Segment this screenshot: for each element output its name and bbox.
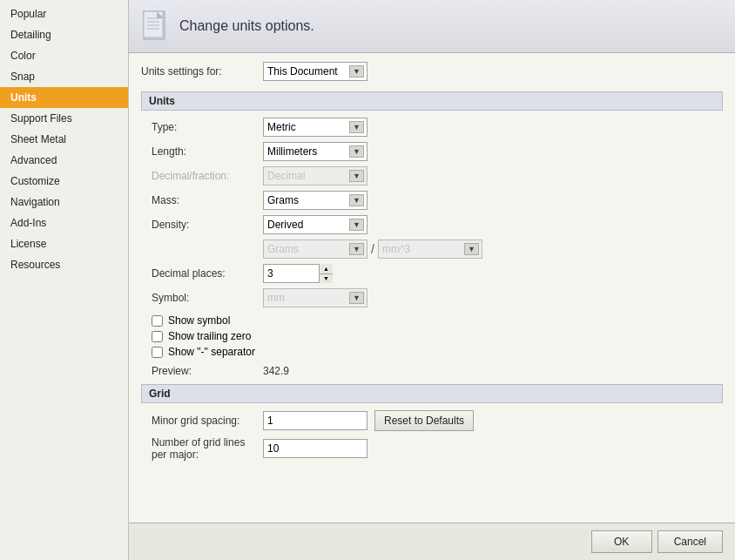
- dialog-header: Change units options.: [129, 0, 735, 53]
- show-symbol-checkbox[interactable]: [152, 315, 163, 327]
- length-label: Length:: [141, 145, 263, 158]
- sidebar-item-popular[interactable]: Popular: [0, 3, 128, 24]
- mass-dropdown-wrapper: Grams Kilograms Pounds Ounces ▼: [263, 191, 368, 210]
- sidebar-item-units[interactable]: Units: [0, 87, 128, 108]
- sidebar-item-detailing[interactable]: Detailing: [0, 24, 128, 45]
- density-compound: Grams ▼ / mm^3 ▼: [263, 240, 482, 259]
- settings-for-select[interactable]: This Document All Documents: [263, 62, 368, 81]
- sidebar-item-support-files[interactable]: Support Files: [0, 108, 128, 129]
- sidebar-item-resources[interactable]: Resources: [0, 254, 128, 275]
- sidebar-item-color[interactable]: Color: [0, 45, 128, 66]
- mass-row: Mass: Grams Kilograms Pounds Ounces ▼: [141, 191, 723, 210]
- dialog-footer: OK Cancel: [129, 523, 735, 560]
- decimal-fraction-row: Decimal/fraction: Decimal Fraction ▼: [141, 166, 723, 186]
- decimal-places-spinbox: ▲ ▼: [263, 264, 333, 283]
- show-symbol-label: Show symbol: [168, 314, 230, 327]
- settings-for-dropdown-wrapper: This Document All Documents ▼: [263, 62, 368, 81]
- show-trailing-zero-checkbox[interactable]: [152, 331, 163, 342]
- symbol-row: Symbol: mm ▼: [141, 288, 723, 307]
- sidebar-item-customize[interactable]: Customize: [0, 171, 128, 192]
- show-trailing-zero-label: Show trailing zero: [168, 330, 251, 342]
- preview-row: Preview: 342.9: [141, 365, 723, 377]
- units-section-header: Units: [141, 91, 723, 111]
- sidebar-item-sheet-metal[interactable]: Sheet Metal: [0, 129, 128, 150]
- preview-label: Preview:: [152, 365, 263, 377]
- lines-per-major-input[interactable]: [263, 439, 368, 458]
- density-dropdown-wrapper: Derived Custom ▼: [263, 215, 368, 234]
- type-label: Type:: [141, 121, 263, 133]
- decimal-places-spin-buttons: ▲ ▼: [319, 264, 333, 283]
- symbol-select[interactable]: mm: [263, 288, 368, 307]
- density-unit1-wrapper: Grams ▼: [263, 240, 368, 259]
- sidebar-item-advanced[interactable]: Advanced: [0, 150, 128, 171]
- density-row: Density: Derived Custom ▼: [141, 215, 723, 234]
- dialog-title: Change units options.: [179, 18, 314, 34]
- sidebar-item-add-ins[interactable]: Add-Ins: [0, 213, 128, 233]
- lines-per-major-label: Number of grid lines per major:: [141, 436, 263, 461]
- density-unit2-select[interactable]: mm^3: [378, 240, 482, 259]
- length-dropdown-wrapper: Millimeters Centimeters Meters Inches Fe…: [263, 142, 368, 161]
- mass-label: Mass:: [141, 194, 263, 206]
- density-unit1-select[interactable]: Grams: [263, 240, 368, 259]
- density-select[interactable]: Derived Custom: [263, 215, 368, 234]
- show-separator-row: Show "-" separator: [141, 346, 723, 358]
- density-slash: /: [371, 242, 374, 256]
- density-label: Density:: [141, 219, 263, 231]
- show-separator-label: Show "-" separator: [168, 346, 255, 358]
- decimal-fraction-label: Decimal/fraction:: [141, 170, 263, 182]
- lines-per-major-row: Number of grid lines per major:: [141, 436, 723, 461]
- decimal-places-row: Decimal places: ▲ ▼: [141, 264, 723, 283]
- bottom-spacer: [141, 466, 723, 492]
- density-unit2-wrapper: mm^3 ▼: [378, 240, 482, 259]
- settings-for-row: Units settings for: This Document All Do…: [141, 62, 723, 81]
- minor-spacing-row: Minor grid spacing: Reset to Defaults: [141, 410, 723, 431]
- type-select[interactable]: Metric Imperial Custom: [263, 118, 368, 137]
- decimal-places-label: Decimal places:: [141, 267, 263, 280]
- scrollable-area: Units settings for: This Document All Do…: [129, 53, 735, 523]
- show-symbol-row: Show symbol: [141, 314, 723, 327]
- symbol-dropdown-wrapper: mm ▼: [263, 288, 368, 307]
- cancel-button[interactable]: Cancel: [657, 530, 723, 553]
- sidebar-item-snap[interactable]: Snap: [0, 66, 128, 87]
- header-icon: [139, 10, 171, 42]
- length-select[interactable]: Millimeters Centimeters Meters Inches Fe…: [263, 142, 368, 161]
- grid-section-header: Grid: [141, 384, 723, 403]
- symbol-label: Symbol:: [141, 292, 263, 304]
- type-row: Type: Metric Imperial Custom ▼: [141, 118, 723, 137]
- show-trailing-zero-row: Show trailing zero: [141, 330, 723, 342]
- decimal-fraction-select[interactable]: Decimal Fraction: [263, 166, 368, 186]
- right-panel: Change units options. Units settings for…: [129, 0, 735, 560]
- length-row: Length: Millimeters Centimeters Meters I…: [141, 142, 723, 161]
- type-dropdown-wrapper: Metric Imperial Custom ▼: [263, 118, 368, 137]
- ok-button[interactable]: OK: [591, 530, 652, 553]
- sidebar: PopularDetailingColorSnapUnitsSupport Fi…: [0, 0, 129, 560]
- decimal-fraction-dropdown-wrapper: Decimal Fraction ▼: [263, 166, 368, 186]
- sidebar-item-navigation[interactable]: Navigation: [0, 192, 128, 213]
- density-units-row: Grams ▼ / mm^3 ▼: [141, 240, 723, 259]
- decimal-places-spin-up[interactable]: ▲: [320, 264, 333, 274]
- settings-for-label: Units settings for:: [141, 65, 263, 78]
- sidebar-item-license[interactable]: License: [0, 233, 128, 254]
- decimal-places-spin-down[interactable]: ▼: [320, 274, 333, 284]
- mass-select[interactable]: Grams Kilograms Pounds Ounces: [263, 191, 368, 210]
- show-separator-checkbox[interactable]: [152, 347, 163, 358]
- preview-value: 342.9: [263, 365, 289, 377]
- minor-spacing-label: Minor grid spacing:: [141, 415, 263, 427]
- minor-spacing-input[interactable]: [263, 411, 368, 430]
- reset-to-defaults-button[interactable]: Reset to Defaults: [374, 410, 474, 431]
- checkboxes-group: Show symbol Show trailing zero Show "-" …: [141, 314, 723, 358]
